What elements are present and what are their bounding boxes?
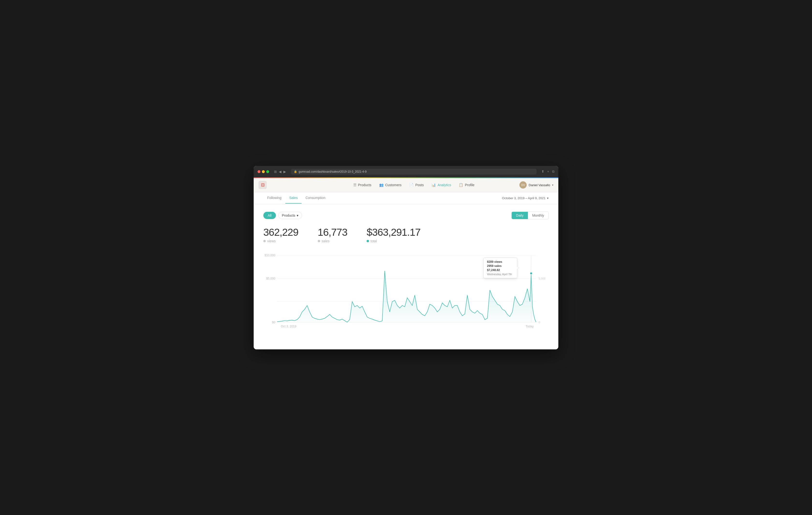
user-menu[interactable]: DV Daniel Vassallo ▾ xyxy=(519,181,553,189)
svg-text:$10,000: $10,000 xyxy=(265,254,276,257)
total-label: total xyxy=(367,239,420,243)
products-icon: ☰ xyxy=(353,183,356,187)
svg-point-11 xyxy=(530,272,532,275)
stat-sales: 16,773 sales xyxy=(318,227,347,243)
app-logo[interactable]: ⊡ xyxy=(259,181,267,189)
chart-tooltip: 8289 views 2959 sales $7,248.82 Wednesda… xyxy=(483,258,517,278)
chevron-down-icon: ▾ xyxy=(552,183,553,187)
nav-customers[interactable]: 👥 Customers xyxy=(376,181,405,189)
tabs-icon[interactable]: ⧉ xyxy=(552,170,554,174)
fullscreen-button[interactable] xyxy=(266,170,269,173)
tooltip-sales-label: sales xyxy=(494,264,501,268)
monthly-toggle-button[interactable]: Monthly xyxy=(528,212,548,219)
svg-text:Oct 3, 2019: Oct 3, 2019 xyxy=(281,324,296,328)
date-range-picker[interactable]: October 3, 2019 – April 9, 2021 ▾ xyxy=(502,196,549,200)
logo-icon: ⊡ xyxy=(261,182,265,188)
stats-row: 362,229 views 16,773 sales $363,291.17 t… xyxy=(263,227,549,243)
tooltip-views-label: views xyxy=(494,260,502,263)
nav-controls: ⊞ ◀ ▶ xyxy=(274,170,286,174)
minimize-button[interactable] xyxy=(262,170,265,173)
stat-views: 362,229 views xyxy=(263,227,298,243)
all-filter-button[interactable]: All xyxy=(263,212,276,219)
close-button[interactable] xyxy=(258,170,260,173)
back-btn[interactable]: ◀ xyxy=(279,170,282,174)
total-value: $363,291.17 xyxy=(367,227,420,238)
chart-container[interactable]: $10,000 $5,000 $0 5,000 0 xyxy=(263,250,549,333)
posts-icon: 📄 xyxy=(409,183,414,187)
tab-sales[interactable]: Sales xyxy=(285,193,301,204)
app-navbar: ⊡ ☰ Products 👥 Customers 📄 Posts 📊 Analy… xyxy=(254,178,558,192)
address-bar[interactable]: 🔒 gumroad.com/dashboard/sales#2019-10-3_… xyxy=(291,169,536,175)
total-dot xyxy=(367,240,369,242)
svg-text:$5,000: $5,000 xyxy=(266,277,276,280)
new-tab-icon[interactable]: + xyxy=(547,170,549,174)
nav-profile[interactable]: 📋 Profile xyxy=(455,181,478,189)
view-toggle: Daily Monthly xyxy=(512,211,549,219)
views-label: views xyxy=(263,239,298,243)
svg-text:Today: Today xyxy=(526,324,534,328)
sub-nav: Following Sales Consumption October 3, 2… xyxy=(254,192,558,204)
nav-products[interactable]: ☰ Products xyxy=(350,181,375,189)
svg-text:5,000: 5,000 xyxy=(539,277,546,280)
sales-dot xyxy=(318,240,320,242)
customers-icon: 👥 xyxy=(379,183,384,187)
sales-label: sales xyxy=(318,239,347,243)
nav-posts[interactable]: 📄 Posts xyxy=(406,181,427,189)
daily-toggle-button[interactable]: Daily xyxy=(512,212,528,219)
forward-btn[interactable]: ▶ xyxy=(283,170,286,174)
url-text: gumroad.com/dashboard/sales#2019-10-3_20… xyxy=(299,170,367,173)
tooltip-arrow xyxy=(517,266,519,269)
tab-following[interactable]: Following xyxy=(263,193,285,204)
views-dot xyxy=(263,240,266,242)
profile-icon: 📋 xyxy=(459,183,463,187)
main-content: All Products ▾ Daily Monthly 362,229 vie… xyxy=(254,204,558,349)
sidebar-toggle-icon[interactable]: ⊞ xyxy=(274,170,277,174)
products-filter-button[interactable]: Products ▾ xyxy=(278,212,302,219)
traffic-lights xyxy=(258,170,269,173)
tooltip-date: Wednesday, April 7th xyxy=(487,273,514,276)
stat-total: $363,291.17 total xyxy=(367,227,420,243)
date-range-text: October 3, 2019 – April 9, 2021 xyxy=(502,196,546,200)
svg-text:$0: $0 xyxy=(272,320,276,324)
user-name: Daniel Vassallo xyxy=(529,183,550,187)
browser-actions: ⬆ + ⧉ xyxy=(542,170,554,174)
share-icon[interactable]: ⬆ xyxy=(542,170,544,174)
nav-analytics[interactable]: 📊 Analytics xyxy=(428,181,454,189)
filter-left: All Products ▾ xyxy=(263,212,302,219)
avatar: DV xyxy=(519,181,527,189)
chevron-down-icon: ▾ xyxy=(297,213,298,217)
tooltip-sales: 2959 sales xyxy=(487,264,514,268)
analytics-icon: 📊 xyxy=(431,183,436,187)
main-nav: ☰ Products 👥 Customers 📄 Posts 📊 Analyti… xyxy=(350,181,478,189)
browser-chrome: ⊞ ◀ ▶ 🔒 gumroad.com/dashboard/sales#2019… xyxy=(254,166,558,177)
sub-nav-items: Following Sales Consumption xyxy=(263,193,329,204)
lock-icon: 🔒 xyxy=(294,170,297,173)
tooltip-amount: $7,248.82 xyxy=(487,268,514,272)
tooltip-views: 8289 views xyxy=(487,260,514,263)
views-value: 362,229 xyxy=(263,227,298,238)
svg-text:0: 0 xyxy=(539,321,540,323)
tab-consumption[interactable]: Consumption xyxy=(301,193,329,204)
chevron-down-icon: ▾ xyxy=(547,196,549,200)
sales-value: 16,773 xyxy=(318,227,347,238)
filters-row: All Products ▾ Daily Monthly xyxy=(263,211,549,219)
